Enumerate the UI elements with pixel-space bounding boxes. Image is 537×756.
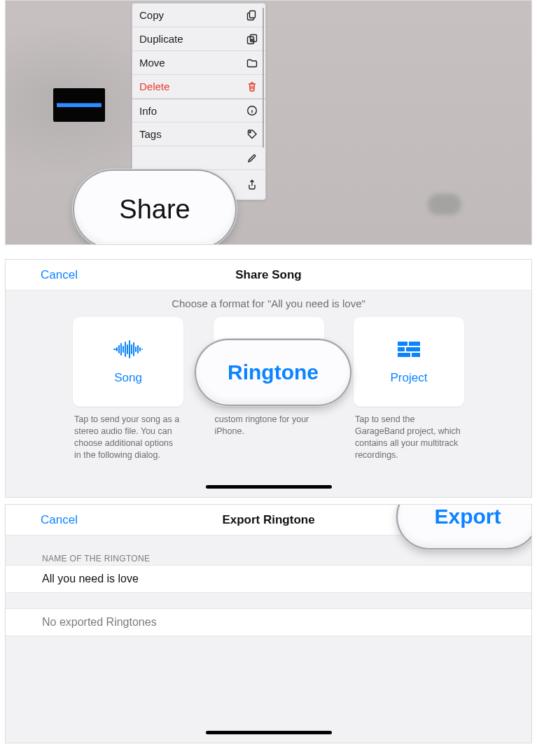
info-icon (246, 105, 258, 116)
card-label: Project (391, 371, 428, 385)
svg-rect-10 (412, 353, 420, 357)
trash-icon (246, 81, 258, 92)
svg-rect-6 (409, 342, 420, 346)
waveform-thumb (57, 103, 102, 107)
pencil-icon (246, 153, 258, 164)
ringtone-name-value: All you need is love (42, 573, 139, 585)
menu-item-delete[interactable]: Delete (132, 75, 265, 99)
menu-label: Copy (139, 9, 164, 21)
card-desc: Tap to send the GarageBand project, whic… (354, 414, 464, 461)
menu-label: Move (139, 57, 165, 69)
card-song[interactable]: Song Tap to send your song as a stereo a… (73, 317, 183, 461)
page-title: Share Song (6, 268, 531, 282)
svg-point-4 (249, 131, 251, 132)
callout-label: Ringtone (228, 360, 319, 384)
menu-item-duplicate[interactable]: Duplicate (132, 27, 265, 51)
svg-rect-0 (250, 10, 256, 18)
exported-list-empty: No exported Ringtones (6, 608, 531, 636)
menu-item-info[interactable]: Info (132, 99, 265, 122)
callout-share: Share (74, 171, 235, 245)
duplicate-icon (246, 34, 258, 45)
card-project[interactable]: Project Tap to send the GarageBand proje… (354, 317, 464, 461)
menu-item-rename[interactable] (132, 146, 265, 170)
folder-icon (246, 57, 258, 69)
navbar: Cancel Share Song (6, 260, 531, 290)
menu-item-move[interactable]: Move (132, 51, 265, 75)
waveform-icon (113, 339, 144, 363)
svg-rect-5 (398, 342, 407, 346)
empty-label: No exported Ringtones (42, 616, 157, 629)
menu-item-copy[interactable]: Copy (132, 4, 265, 27)
svg-rect-9 (398, 353, 410, 357)
callout-label: Export (434, 505, 501, 528)
home-indicator (206, 485, 332, 489)
tag-icon (246, 129, 258, 140)
step3-export-ringtone-screen: Cancel Export Ringtone Export NAME OF TH… (5, 504, 532, 743)
card-desc: Tap to send your song as a stereo audio … (73, 414, 183, 461)
svg-rect-8 (406, 347, 420, 351)
menu-item-tags[interactable]: Tags (132, 122, 265, 146)
section-header: NAME OF THE RINGTONE (42, 554, 150, 564)
home-indicator (206, 731, 332, 734)
callout-export: Export (398, 504, 532, 548)
callout-ringtone: Ringtone (196, 340, 350, 405)
subtitle: Choose a format for "All you need is lov… (6, 298, 531, 309)
svg-rect-7 (398, 347, 405, 351)
menu-label: Duplicate (139, 33, 183, 45)
callout-label: Share (119, 195, 190, 225)
background-control (428, 194, 461, 215)
step1-context-menu-screen: Copy Duplicate Move Delete Info (5, 0, 532, 245)
card-desc: custom ringtone for your iPhone. (214, 414, 324, 438)
menu-label: Info (139, 105, 157, 117)
share-icon (246, 179, 258, 190)
menu-label: Tags (139, 128, 162, 140)
step2-share-song-screen: Cancel Share Song Choose a format for "A… (5, 259, 532, 498)
card-label: Song (114, 371, 142, 385)
scroll-indicator (263, 8, 264, 148)
menu-label: Delete (139, 80, 169, 92)
bricks-icon (393, 339, 424, 363)
copy-icon (246, 10, 258, 21)
ringtone-name-field[interactable]: All you need is love (6, 565, 531, 593)
project-thumbnail[interactable] (53, 88, 105, 122)
